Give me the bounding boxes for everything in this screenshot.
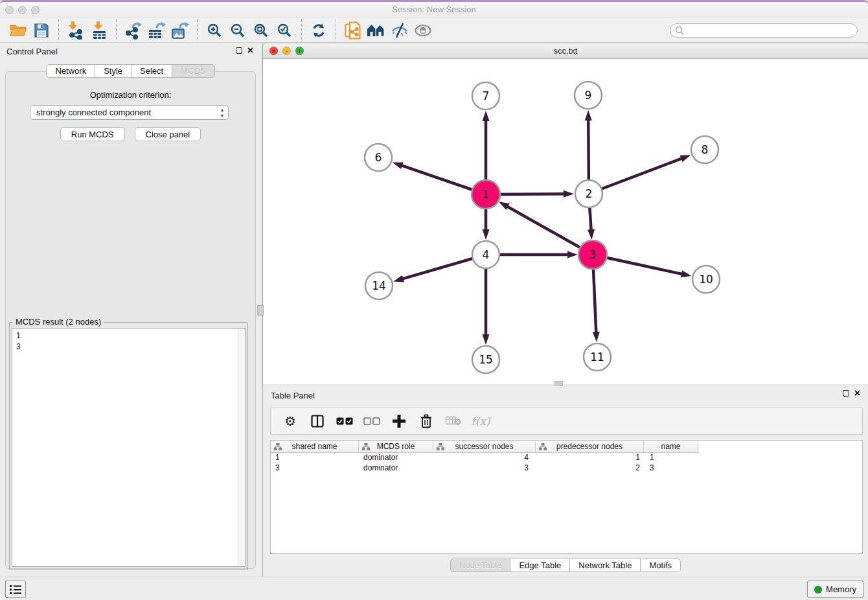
cell-predecessor-nodes[interactable]: 1: [536, 453, 644, 463]
column-header-predecessor-nodes[interactable]: predecessor nodes: [536, 441, 644, 452]
fx-icon: f(x): [471, 415, 490, 428]
close-panel-icon[interactable]: ×: [247, 47, 253, 54]
import-table-button[interactable]: [87, 19, 111, 41]
table-header-row: shared name MCDS role successor nodes pr…: [271, 441, 699, 453]
cell-mcds-role[interactable]: dominator: [359, 463, 433, 474]
table-settings-button[interactable]: ⚙: [280, 411, 300, 432]
function-builder-button[interactable]: f(x): [471, 411, 490, 432]
export-table-button[interactable]: [145, 19, 168, 41]
table-panel: Table Panel × ⚙: [263, 386, 868, 577]
float-panel-icon[interactable]: [236, 47, 242, 54]
tab-network-table[interactable]: Network Table: [569, 559, 641, 572]
cell-name[interactable]: 3: [644, 463, 698, 474]
show-all-button[interactable]: [411, 19, 435, 41]
toolbar-separator: [58, 19, 59, 41]
search-input[interactable]: [670, 23, 858, 38]
network-window-titlebar[interactable]: × - + scc.txt: [263, 43, 868, 59]
cell-name[interactable]: 1: [644, 453, 698, 463]
split-panel-button[interactable]: [308, 411, 327, 432]
open-session-button[interactable]: [6, 19, 30, 41]
zoom-out-button[interactable]: [226, 19, 249, 41]
graph-node-label-2: 2: [586, 187, 593, 200]
open-folder-icon: [10, 23, 27, 37]
close-table-panel-icon[interactable]: ×: [854, 390, 860, 397]
graph-edge-arrowhead-4-14: [393, 275, 404, 283]
apply-preferred-layout-button[interactable]: [307, 19, 330, 41]
zoom-fit-content-button[interactable]: [249, 19, 273, 41]
graph-edge-arrowhead-1-2: [564, 190, 574, 198]
close-panel-button[interactable]: Close panel: [135, 127, 201, 141]
zoom-out-icon: [230, 23, 246, 38]
delete-columns-button[interactable]: [417, 411, 436, 432]
column-header-mcds-role[interactable]: MCDS role: [359, 441, 433, 452]
houses-icon: [367, 23, 386, 38]
column-header-successor-nodes[interactable]: successor nodes: [433, 441, 536, 452]
result-scrollbar[interactable]: [238, 329, 245, 566]
graph-edge-arrowhead-1-4: [483, 229, 490, 240]
horizontal-splitter-handle[interactable]: [554, 381, 563, 386]
clone-network-button[interactable]: [341, 19, 365, 41]
network-canvas[interactable]: 7968124314101511: [263, 59, 868, 384]
import-network-button[interactable]: [64, 19, 87, 41]
table-row[interactable]: 1 dominator 4 1 1: [271, 453, 862, 463]
network-view-window: × - + scc.txt 7968124314101511: [263, 43, 868, 386]
dropdown-stepper-icon: ▴▾: [221, 107, 223, 119]
graph-edge-arrowhead-3-10: [681, 270, 692, 277]
cell-shared-name[interactable]: 1: [271, 453, 359, 463]
unselect-all-columns-button[interactable]: [362, 411, 382, 432]
result-line: 3: [12, 341, 245, 352]
list-icon: [9, 584, 22, 595]
cell-predecessor-nodes[interactable]: 2: [536, 463, 644, 474]
mcds-result-textarea[interactable]: 1 3: [12, 328, 246, 567]
memory-button[interactable]: Memory: [807, 581, 863, 598]
checked-boxes-icon: [336, 417, 353, 425]
toolbar-separator: [301, 19, 302, 41]
refresh-layout-icon: [311, 23, 326, 38]
graph-node-label-15: 15: [479, 353, 493, 366]
table-panel-title: Table Panel: [271, 391, 315, 400]
mcds-result-groupbox: MCDS result (2 nodes) 1 3: [9, 322, 248, 570]
graph-node-label-9: 9: [585, 89, 592, 102]
zoom-in-button[interactable]: [203, 19, 226, 41]
zoom-selected-button[interactable]: [273, 19, 296, 41]
memory-status-icon: [814, 586, 822, 594]
column-header-shared-name[interactable]: shared name: [271, 441, 359, 452]
tab-edge-table[interactable]: Edge Table: [510, 559, 570, 572]
criterion-dropdown[interactable]: strongly connected component ▴▾: [30, 105, 229, 120]
tab-select[interactable]: Select: [131, 64, 172, 78]
attribute-tree-icon: [274, 443, 282, 450]
first-neighbors-button[interactable]: [365, 19, 388, 41]
cell-shared-name[interactable]: 3: [271, 463, 359, 474]
import-network-icon: [67, 21, 84, 40]
export-image-button[interactable]: [168, 19, 192, 41]
cell-successor-nodes[interactable]: 4: [433, 453, 536, 463]
tab-mcds[interactable]: MCDS: [172, 64, 214, 78]
network-window-title: scc.txt: [263, 46, 868, 56]
tab-network[interactable]: Network: [46, 64, 95, 78]
zoom-fit-icon: [253, 23, 269, 38]
tab-motifs[interactable]: Motifs: [640, 559, 681, 572]
table-panel-tabs: Node Table Edge Table Network Table Moti…: [263, 559, 868, 572]
delete-table-button[interactable]: [444, 411, 463, 432]
hide-selected-button[interactable]: [388, 19, 411, 41]
run-mcds-button[interactable]: Run MCDS: [60, 127, 125, 141]
cell-successor-nodes[interactable]: 3: [433, 463, 536, 474]
table-row[interactable]: 3 dominator 3 2 3: [271, 463, 862, 474]
column-header-name[interactable]: name: [644, 441, 698, 452]
vertical-splitter-handle[interactable]: [257, 305, 264, 316]
graph-edge-arrowhead-4-15: [483, 334, 490, 345]
status-bar: Memory: [0, 577, 868, 600]
tab-style[interactable]: Style: [95, 64, 131, 78]
select-all-columns-button[interactable]: [335, 411, 354, 432]
float-table-panel-icon[interactable]: [843, 390, 849, 397]
show-panels-button[interactable]: [5, 581, 26, 598]
network-graph: 7968124314101511: [263, 59, 868, 384]
create-column-button[interactable]: [389, 411, 409, 432]
export-network-button[interactable]: [122, 19, 145, 41]
graph-node-label-11: 11: [590, 351, 604, 363]
cell-mcds-role[interactable]: dominator: [359, 453, 433, 463]
tab-node-table[interactable]: Node Table: [450, 559, 511, 572]
save-session-button[interactable]: [30, 19, 53, 41]
graph-edge-2-8[interactable]: [589, 158, 683, 194]
graph-edge-arrowhead-2-8: [680, 155, 691, 162]
